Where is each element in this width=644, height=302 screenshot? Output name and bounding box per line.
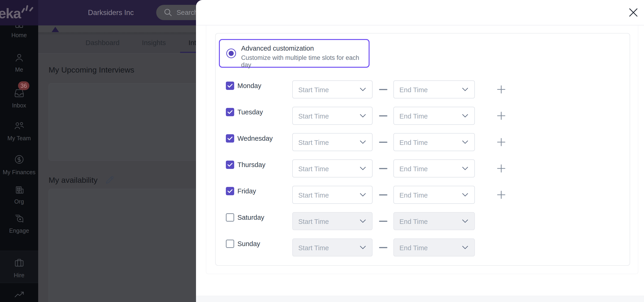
chevron-down-icon — [462, 88, 468, 92]
start-time-select[interactable]: Start Time — [292, 186, 372, 204]
end-time-select[interactable]: End Time — [394, 238, 475, 257]
day-row: Tuesday Start Time End Time — [226, 107, 518, 125]
day-checkbox[interactable] — [226, 160, 234, 169]
check-icon — [227, 136, 233, 141]
chevron-down-icon — [462, 140, 468, 144]
range-dash-icon — [379, 115, 387, 117]
logo-area: eka — [0, 0, 38, 25]
add-slot-button[interactable] — [497, 164, 506, 173]
end-time-select[interactable]: End Time — [394, 107, 475, 125]
chevron-down-icon — [462, 246, 468, 250]
chevron-down-icon — [360, 114, 366, 118]
chevron-down-icon — [360, 88, 366, 92]
range-dash-icon — [379, 247, 387, 248]
keka-logo: eka — [0, 5, 20, 21]
start-time-placeholder: Start Time — [298, 160, 329, 178]
start-time-placeholder: Start Time — [298, 213, 329, 231]
day-checkbox[interactable] — [226, 240, 234, 248]
org-icon — [14, 185, 24, 195]
chevron-down-icon — [360, 219, 366, 223]
chevron-down-icon — [462, 114, 468, 118]
option-title: Advanced customization — [241, 45, 314, 52]
tab-insights[interactable]: Insights — [134, 32, 174, 53]
me-icon — [14, 53, 24, 63]
active-module-indicator — [52, 27, 59, 32]
day-checkbox[interactable] — [226, 134, 234, 143]
day-label: Wednesday — [238, 135, 273, 142]
edit-availability-button[interactable] — [104, 175, 115, 185]
end-time-placeholder: End Time — [400, 186, 428, 204]
add-slot-button[interactable] — [497, 112, 506, 120]
availability-title: My availability — [48, 176, 98, 185]
day-label: Monday — [238, 82, 261, 90]
availability-modal: Advanced customization Customize with mu… — [196, 0, 644, 302]
add-slot-button[interactable] — [497, 85, 506, 94]
close-button[interactable] — [628, 7, 638, 17]
sidebar-item-label: Hire — [0, 272, 38, 279]
day-checkbox[interactable] — [226, 108, 234, 116]
chevron-down-icon — [360, 166, 366, 170]
sidebar-item-label: My Finances — [0, 169, 38, 176]
day-checkbox[interactable] — [226, 82, 234, 90]
start-time-select[interactable]: Start Time — [292, 238, 372, 257]
day-label: Friday — [238, 187, 256, 195]
add-slot-button[interactable] — [497, 191, 506, 199]
day-checkbox[interactable] — [226, 213, 234, 222]
range-dash-icon — [379, 221, 387, 222]
add-slot-button[interactable] — [497, 138, 506, 146]
tab-dashboard[interactable]: Dashboard — [77, 32, 128, 53]
start-time-select[interactable]: Start Time — [292, 80, 372, 98]
close-icon — [628, 7, 638, 17]
plus-icon — [497, 191, 506, 199]
end-time-select[interactable]: End Time — [394, 212, 475, 230]
start-time-select[interactable]: Start Time — [292, 212, 372, 230]
check-icon — [227, 189, 233, 193]
start-time-select[interactable]: Start Time — [292, 133, 372, 151]
upcoming-interviews-card — [48, 83, 209, 160]
day-row: Sunday Start Time End Time — [226, 238, 518, 257]
sidebar-item-label: My Team — [0, 135, 38, 142]
start-time-select[interactable]: Start Time — [292, 159, 372, 177]
plus-icon — [497, 112, 506, 120]
end-time-select[interactable]: End Time — [394, 159, 475, 177]
start-time-placeholder: Start Time — [298, 107, 329, 125]
chevron-down-icon — [462, 193, 468, 197]
sidebar-item-label: Engage — [0, 227, 38, 234]
day-label: Saturday — [238, 214, 264, 221]
start-time-select[interactable]: Start Time — [292, 107, 372, 125]
chevron-down-icon — [360, 246, 366, 250]
chevron-down-icon — [462, 166, 468, 170]
end-time-placeholder: End Time — [400, 239, 428, 257]
range-dash-icon — [379, 168, 387, 169]
range-dash-icon — [379, 142, 387, 143]
day-row: Friday Start Time End Time — [226, 186, 518, 204]
range-dash-icon — [379, 89, 387, 90]
upcoming-interviews-title: My Upcoming Interviews — [48, 65, 134, 74]
sidebar-item-label: Inbox — [0, 102, 38, 109]
radio-selected-icon[interactable] — [226, 48, 236, 58]
end-time-select[interactable]: End Time — [394, 186, 475, 204]
end-time-select[interactable]: End Time — [394, 80, 475, 98]
sidebar-item-label: Home — [0, 32, 38, 39]
sidebar-item-label: Me — [0, 66, 38, 73]
end-time-placeholder: End Time — [400, 107, 428, 125]
performance-icon — [14, 291, 24, 299]
day-checkbox[interactable] — [226, 187, 234, 195]
engage-icon — [14, 214, 24, 224]
modal-footer-strip — [196, 296, 644, 302]
inbox-badge: 36 — [18, 81, 30, 90]
chevron-down-icon — [360, 140, 366, 144]
end-time-select[interactable]: End Time — [394, 133, 475, 151]
availability-card — [48, 189, 209, 302]
start-time-placeholder: Start Time — [298, 186, 329, 204]
my-finances-icon — [14, 154, 24, 165]
day-label: Tuesday — [238, 108, 263, 116]
logo-spark-icon — [20, 4, 34, 16]
advanced-customization-option[interactable]: Advanced customization Customize with mu… — [219, 39, 370, 68]
end-time-placeholder: End Time — [400, 134, 428, 151]
day-label: Thursday — [238, 161, 266, 169]
pencil-icon — [104, 175, 115, 185]
plus-icon — [497, 85, 506, 94]
check-icon — [227, 110, 233, 114]
sidebar: HomeMeInbox36My TeamMy FinancesOrgEngage… — [0, 0, 38, 302]
